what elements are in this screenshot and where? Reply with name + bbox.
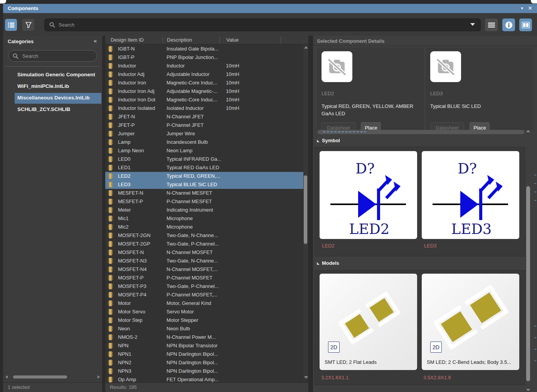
scroll-up-icon[interactable] <box>304 46 308 49</box>
table-row[interactable]: NPN2 NPN Darlington Bipol... <box>105 358 304 367</box>
table-row[interactable]: Inductor Iron Adj Adjustable Magnetic-..… <box>105 87 304 96</box>
table-row[interactable]: Inductor Iron Dot Magnetic-Core Induc...… <box>105 96 304 104</box>
search-dropdown-caret-icon[interactable] <box>470 23 475 26</box>
cell-design-item-id: NPN <box>118 343 128 348</box>
table-row[interactable]: IGBT-N Insulated Gate Bipola... <box>105 45 304 53</box>
scroll-left-icon[interactable] <box>5 375 8 379</box>
table-row[interactable]: Motor Servo Servo Motor <box>105 308 304 316</box>
details-vertical-scrollbar[interactable] <box>526 130 530 392</box>
details-horizontal-scrollbar[interactable] <box>318 130 524 134</box>
component-chip-icon <box>108 156 113 164</box>
column-design-item-id[interactable]: Design Item ID <box>111 37 144 43</box>
table-row[interactable]: NPN1 NPN Darlington Bipol... <box>105 350 304 358</box>
table-row[interactable]: Motor Step Motor Stepper <box>105 316 304 325</box>
panels-button[interactable] <box>519 19 532 31</box>
scroll-up-icon[interactable] <box>526 130 530 132</box>
table-row[interactable]: Lamp Incandescent Bulb <box>105 138 304 146</box>
table-row[interactable]: Mic1 Microphone <box>105 214 304 223</box>
models-section-header[interactable]: Models <box>317 260 339 266</box>
scrollbar-thumb[interactable] <box>304 175 307 244</box>
table-row[interactable]: Inductor Iron Magnetic-Core Induc... 10m… <box>105 79 304 87</box>
category-item[interactable]: Miscellaneous Devices.IntLib <box>3 93 102 104</box>
scroll-down-icon[interactable] <box>526 389 530 391</box>
cell-design-item-id: JFET-P <box>118 122 135 128</box>
list-view-button[interactable] <box>5 19 17 31</box>
cell-design-item-id: Inductor <box>118 63 136 69</box>
led-schematic-symbol: D? LED3 <box>422 151 519 239</box>
footprint-preview[interactable]: 2D SMT LED; 2 Flat Leads <box>320 274 417 370</box>
cell-value: 10mH <box>226 71 239 77</box>
table-row[interactable]: Lamp Neon Neon Lamp <box>105 146 304 155</box>
cell-description: NPN Darlington Bipol... <box>167 351 218 357</box>
symbol-section-header[interactable]: Symbol <box>317 138 340 143</box>
table-row[interactable]: NMOS-2 N-Channel Power M... <box>105 333 304 342</box>
table-row[interactable]: MOSFET-2GN Two-Gate, N-Channe... <box>105 231 304 240</box>
2d-badge[interactable]: 2D <box>328 342 340 353</box>
column-description[interactable]: Description <box>167 37 192 43</box>
component-chip-icon <box>108 54 113 62</box>
table-row[interactable]: JFET-N N-Channel JFET <box>105 113 304 121</box>
collapse-panel-icon[interactable]: « <box>94 37 97 44</box>
categories-search-input[interactable]: Search <box>8 50 97 62</box>
table-row[interactable]: Inductor Inductor 10mH <box>105 62 304 70</box>
cell-design-item-id: Lamp <box>118 139 131 145</box>
cell-description: Insulated Gate Bipola... <box>167 46 219 52</box>
table-row[interactable]: MESFET-N N-Channel MESFET <box>105 189 304 197</box>
table-row[interactable]: MOSFET-N3 Two-Gate, N-Channe... <box>105 257 304 265</box>
category-item[interactable]: WiFi_miniPCIe.IntLib <box>3 81 102 93</box>
table-row[interactable]: Neon Neon Bulb <box>105 325 304 333</box>
table-row[interactable]: MOSFET-P3 Two-Gate, P-Channel... <box>105 282 304 291</box>
table-row[interactable]: JFET-P P-Channel JFET <box>105 121 304 130</box>
table-row[interactable]: Mic2 Microphone <box>105 223 304 231</box>
table-row[interactable]: LED2 Typical RED, GREEN,... <box>105 172 304 180</box>
symbol-preview[interactable]: D? LED2 <box>320 151 417 239</box>
table-row[interactable]: MOSFET-N N-Channel MOSFET <box>105 248 304 257</box>
panel-menu-caret-icon[interactable]: ▾ <box>521 6 523 11</box>
scroll-right-icon[interactable] <box>98 375 100 379</box>
table-row[interactable]: LED1 Typical RED GaAs LED <box>105 163 304 172</box>
table-row[interactable]: MOSFET-P4 P-Channel MOSFET,... <box>105 291 304 299</box>
table-row[interactable]: LED0 Typical INFRARED Ga... <box>105 155 304 163</box>
selected-count: 1 selected <box>8 385 30 390</box>
search-icon <box>49 22 55 28</box>
cell-design-item-id: MOSFET-N4 <box>118 266 146 272</box>
scrollbar-thumb[interactable] <box>526 186 530 381</box>
categories-horizontal-scrollbar[interactable] <box>5 375 101 379</box>
cell-description: Incandescent Bulb <box>167 139 208 145</box>
categories-search-placeholder: Search <box>22 53 38 59</box>
table-row[interactable]: Inductor Adj Adjustable Inductor 10mH <box>105 70 304 79</box>
table-row[interactable]: NPN NPN Bipolar Transistor <box>105 342 304 350</box>
table-row[interactable]: IGBT-P PNP Bipolar Junction... <box>105 53 304 62</box>
cell-description: Two-Gate, P-Channel... <box>167 241 219 247</box>
cell-description: Typical BLUE SiC LED <box>167 182 217 187</box>
category-item[interactable]: Simulation Generic Component <box>3 69 102 81</box>
scroll-down-icon[interactable] <box>304 376 308 379</box>
category-item[interactable]: SCHLIB_ZCY.SCHLIB <box>3 104 102 116</box>
panel-close-icon[interactable]: ✕ <box>528 5 532 11</box>
table-row[interactable]: NPN3 NPN Darlington Bipol... <box>105 367 304 375</box>
table-vertical-scrollbar[interactable] <box>303 45 308 380</box>
column-value[interactable]: Value <box>226 37 239 43</box>
search-input[interactable]: Search <box>44 19 481 31</box>
table-row[interactable]: Inductor Isolated Isolated Inductor 10mH <box>105 104 304 113</box>
menu-button[interactable] <box>485 19 498 31</box>
filter-button[interactable] <box>22 19 34 31</box>
component-chip-icon <box>108 207 113 215</box>
2d-badge[interactable]: 2D <box>430 342 442 353</box>
info-button[interactable] <box>502 19 515 31</box>
table-row[interactable]: MOSFET-N4 N-Channel MOSFET,... <box>105 265 304 274</box>
footprint-preview[interactable]: 2D SM LED; 2 C-Bend Leads; Body 3.5... <box>422 274 519 370</box>
scrollbar-thumb[interactable] <box>13 375 67 379</box>
table-header: Design Item ID Description Value <box>105 36 308 44</box>
symbol-preview[interactable]: D? LED3 <box>422 151 519 239</box>
table-row[interactable]: Motor Motor, General Kind <box>105 299 304 308</box>
table-row[interactable]: LED3 Typical BLUE SiC LED <box>105 180 304 189</box>
cell-design-item-id: MOSFET-N <box>118 249 144 255</box>
cell-design-item-id: Motor <box>118 300 131 306</box>
table-row[interactable]: Meter Indicating Instrument <box>105 206 304 214</box>
table-row[interactable]: Jumper Jumper Wire <box>105 130 304 138</box>
table-row[interactable]: MOSFET-2GP Two-Gate, P-Channel... <box>105 240 304 248</box>
table-row[interactable]: Op Amp FET Operational Amp... <box>105 375 304 382</box>
table-row[interactable]: MESFET-P P-Channel MESFET <box>105 197 304 206</box>
table-row[interactable]: MOSFET-P P-Channel MOSFET <box>105 274 304 282</box>
